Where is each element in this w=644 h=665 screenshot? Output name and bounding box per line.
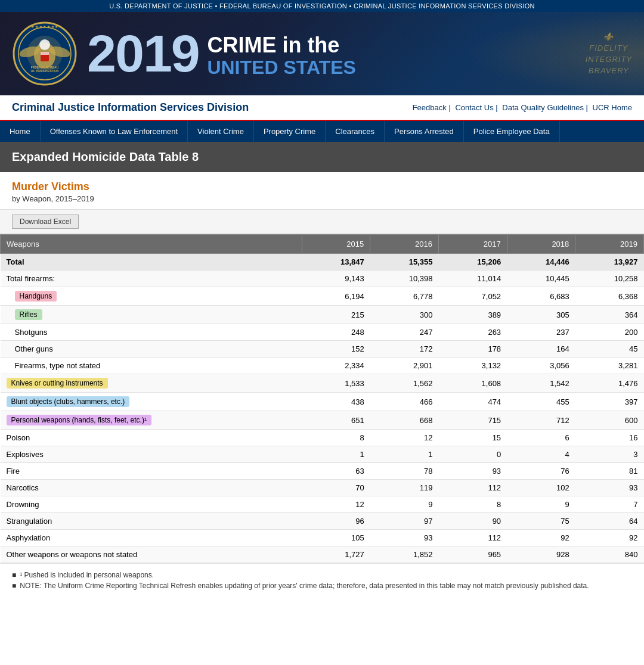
table-row-value: 1 bbox=[370, 446, 439, 463]
table-row-weapon: Knives or cutting instruments bbox=[1, 374, 302, 393]
download-excel-button[interactable]: Download Excel bbox=[12, 215, 79, 229]
table-row-value: 840 bbox=[575, 546, 644, 563]
table-row-weapon: Poison bbox=[1, 430, 302, 446]
table-row-value: 6,194 bbox=[302, 287, 370, 306]
table-row-value: 76 bbox=[507, 463, 575, 480]
nav-violent-crime[interactable]: Violent Crime bbox=[188, 121, 254, 142]
table-row-value: 651 bbox=[302, 411, 370, 430]
page-title-bar: Expanded Homicide Data Table 8 bbox=[0, 142, 644, 172]
table-row-value: 105 bbox=[302, 530, 370, 546]
table-row-value: 112 bbox=[438, 530, 507, 546]
table-row-value: 712 bbox=[507, 411, 575, 430]
table-row-weapon: Rifles bbox=[1, 306, 302, 324]
table-row-value: 455 bbox=[507, 393, 575, 411]
table-row-value: 6,368 bbox=[575, 287, 644, 306]
svg-point-6 bbox=[39, 39, 50, 50]
table-row-value: 15 bbox=[438, 430, 507, 446]
table-row-value: 247 bbox=[370, 324, 439, 341]
contact-link[interactable]: Contact Us bbox=[455, 103, 493, 112]
nav-property-crime[interactable]: Property Crime bbox=[254, 121, 326, 142]
ucr-home-link[interactable]: UCR Home bbox=[593, 103, 632, 112]
table-row-value: 63 bbox=[302, 463, 370, 480]
table-row-value: 172 bbox=[370, 341, 439, 358]
table-row-value: 248 bbox=[302, 324, 370, 341]
table-row-value: 13,927 bbox=[575, 254, 644, 271]
col-header-2018: 2018 bbox=[507, 235, 575, 254]
table-row-value: 3,281 bbox=[575, 358, 644, 374]
table-row-value: 263 bbox=[438, 324, 507, 341]
nav-persons-arrested[interactable]: Persons Arrested bbox=[385, 121, 464, 142]
table-row-value: 16 bbox=[575, 430, 644, 446]
data-quality-link[interactable]: Data Quality Guidelines bbox=[502, 103, 584, 112]
table-row-weapon: Firearms, type not stated bbox=[1, 358, 302, 374]
col-header-2019: 2019 bbox=[575, 235, 644, 254]
table-row-weapon: Total firearms: bbox=[1, 271, 302, 287]
col-header-2017: 2017 bbox=[438, 235, 507, 254]
info-bar: Criminal Justice Information Services Di… bbox=[0, 95, 644, 121]
table-row-value: 1,852 bbox=[370, 546, 439, 563]
table-row-value: 1,608 bbox=[438, 374, 507, 393]
col-header-2015: 2015 bbox=[302, 235, 370, 254]
table-row-value: 1 bbox=[302, 446, 370, 463]
table-row-value: 102 bbox=[507, 480, 575, 496]
table-row-value: 93 bbox=[575, 480, 644, 496]
col-header-2016: 2016 bbox=[370, 235, 439, 254]
subtitle-title: Murder Victims bbox=[12, 181, 632, 193]
table-row-value: 10,258 bbox=[575, 271, 644, 287]
table-row-value: 7,052 bbox=[438, 287, 507, 306]
table-row-value: 12 bbox=[302, 496, 370, 513]
table-row-value: 81 bbox=[575, 463, 644, 480]
table-row-value: 10,398 bbox=[370, 271, 439, 287]
info-bar-links: Feedback | Contact Us | Data Quality Gui… bbox=[410, 103, 632, 112]
table-row-value: 200 bbox=[575, 324, 644, 341]
note-2: ■ NOTE: The Uniform Crime Reporting Tech… bbox=[12, 582, 632, 590]
table-row-value: 70 bbox=[302, 480, 370, 496]
table-row-weapon: Fire bbox=[1, 463, 302, 480]
subtitle-sub: by Weapon, 2015–2019 bbox=[12, 194, 632, 203]
table-row-value: 6,778 bbox=[370, 287, 439, 306]
table-row-weapon: Strangulation bbox=[1, 513, 302, 530]
table-row-weapon: Total bbox=[1, 254, 302, 271]
nav-offenses[interactable]: Offenses Known to Law Enforcement bbox=[41, 121, 188, 142]
top-bar: U.S. DEPARTMENT OF JUSTICE • FEDERAL BUR… bbox=[0, 0, 644, 12]
feedback-link[interactable]: Feedback bbox=[413, 103, 447, 112]
table-row-value: 92 bbox=[575, 530, 644, 546]
table-row-value: 364 bbox=[575, 306, 644, 324]
table-row-value: 64 bbox=[575, 513, 644, 530]
header-crime-line2: UNITED STATES bbox=[207, 57, 355, 78]
nav-police-employee[interactable]: Police Employee Data bbox=[464, 121, 560, 142]
table-row-value: 97 bbox=[370, 513, 439, 530]
table-row-value: 178 bbox=[438, 341, 507, 358]
table-row-value: 14,446 bbox=[507, 254, 575, 271]
table-row-value: 45 bbox=[575, 341, 644, 358]
table-row-value: 300 bbox=[370, 306, 439, 324]
header-virtues: ⚜️ FIDELITY INTEGRITY BRAVERY bbox=[586, 30, 632, 77]
table-row-weapon: Handguns bbox=[1, 287, 302, 306]
table-row-value: 8 bbox=[438, 496, 507, 513]
top-bar-text: U.S. DEPARTMENT OF JUSTICE • FEDERAL BUR… bbox=[109, 2, 535, 10]
table-row-value: 90 bbox=[438, 513, 507, 530]
table-row-value: 2,334 bbox=[302, 358, 370, 374]
header-banner: FEDERAL BUREAU OF INVESTIGATION ★ ★ ★ ★ … bbox=[0, 12, 644, 95]
notes-section: ■ ¹ Pushed is included in personal weapo… bbox=[0, 563, 644, 599]
table-row-weapon: Personal weapons (hands, fists, feet, et… bbox=[1, 411, 302, 430]
col-header-weapons: Weapons bbox=[1, 235, 302, 254]
table-row-value: 119 bbox=[370, 480, 439, 496]
table-row-value: 237 bbox=[507, 324, 575, 341]
svg-text:OF INVESTIGATION: OF INVESTIGATION bbox=[31, 69, 59, 73]
table-row-value: 3,056 bbox=[507, 358, 575, 374]
table-row-value: 93 bbox=[370, 530, 439, 546]
table-row-weapon: Narcotics bbox=[1, 480, 302, 496]
table-row-value: 6,683 bbox=[507, 287, 575, 306]
nav-home[interactable]: Home bbox=[0, 121, 41, 142]
table-row-value: 13,847 bbox=[302, 254, 370, 271]
header-text-right: CRIME in the UNITED STATES bbox=[207, 27, 355, 78]
svg-text:★ ★ ★ ★ ★ ★ ★: ★ ★ ★ ★ ★ ★ ★ bbox=[31, 25, 58, 29]
table-row-value: 1,476 bbox=[575, 374, 644, 393]
table-row-value: 78 bbox=[370, 463, 439, 480]
table-row-value: 1,533 bbox=[302, 374, 370, 393]
table-row-value: 397 bbox=[575, 393, 644, 411]
nav-clearances[interactable]: Clearances bbox=[326, 121, 385, 142]
table-row-value: 9 bbox=[507, 496, 575, 513]
table-row-weapon: Blunt objects (clubs, hammers, etc.) bbox=[1, 393, 302, 411]
